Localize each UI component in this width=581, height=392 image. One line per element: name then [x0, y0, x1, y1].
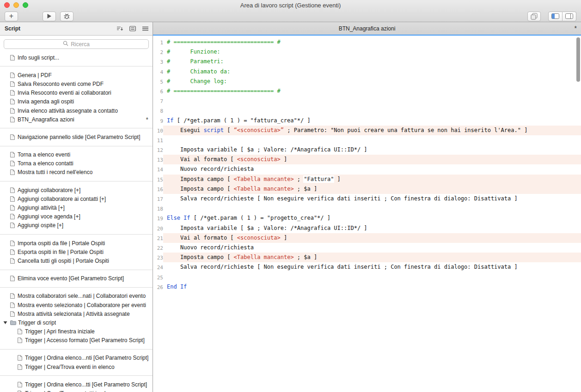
- sidebar-script-item[interactable]: Invia Resoconto eventi ai collaboratori: [0, 89, 153, 97]
- sidebar-script-item[interactable]: Trigger | Ordina elenco...tti [Get Param…: [0, 380, 153, 389]
- sidebar-script-item[interactable]: Aggiungi voce agenda [+]: [0, 212, 153, 221]
- sidebar-script-item[interactable]: Trigger | Crea/Trova eventi in elenco: [0, 362, 153, 371]
- toggle-left-pane-button[interactable]: [548, 12, 563, 21]
- new-script-button[interactable]: +: [5, 12, 18, 21]
- sidebar-script-item[interactable]: Trigger | Ordina elenco...nti [Get Param…: [0, 354, 153, 362]
- script-icon: [10, 81, 15, 87]
- script-line[interactable]: 5# Change log:: [153, 77, 581, 86]
- sidebar-script-item[interactable]: Elimina voce evento [Get Parametro Scrip…: [0, 274, 153, 283]
- script-line[interactable]: 4# Chiamato da:: [153, 67, 581, 77]
- sidebar-script-item[interactable]: Salva Resoconto eventi come PDF: [0, 79, 153, 88]
- sidebar-script-item[interactable]: Importa ospiti da file | Portale Ospiti: [0, 239, 153, 247]
- script-line[interactable]: 2# Funzione:: [153, 47, 581, 57]
- line-number: 12: [153, 145, 163, 155]
- script-name: Torna a elenco eventi: [18, 151, 70, 158]
- script-line[interactable]: 1# ============================== #: [153, 37, 581, 47]
- duplicate-button[interactable]: [527, 12, 541, 21]
- editor-scrollbar[interactable]: [576, 37, 580, 82]
- script-line[interactable]: 11: [153, 135, 581, 145]
- script-debugger-button[interactable]: [60, 12, 73, 21]
- line-text: If [ /*get.param ( 1 ) = "fattura_crea"*…: [163, 116, 581, 126]
- search-input[interactable]: Ricerca: [4, 39, 149, 49]
- script-line[interactable]: 17Salva record/richieste [ Non eseguire …: [153, 194, 581, 204]
- editor-tab-bar: BTN_Anagrafica azioni *: [153, 22, 581, 36]
- sidebar-script-item[interactable]: Info sugli script...: [0, 53, 153, 62]
- script-line[interactable]: 12Imposta variabile [ $a ; Valore: /*Ana…: [153, 145, 581, 155]
- line-text: Imposta campo [ <Tabella mancante> ; $a …: [163, 184, 581, 194]
- sidebar-script-item[interactable]: BTN_Anagrafica azioni*: [0, 115, 153, 124]
- sidebar-script-item[interactable]: Torna a elenco eventi: [0, 151, 153, 159]
- script-line[interactable]: 8: [153, 106, 581, 115]
- sidebar-script-item[interactable]: Aggiungi collaboratore ai contatti [+]: [0, 194, 153, 203]
- line-text: # ============================== #: [163, 37, 581, 47]
- script-line[interactable]: 9If [ /*get.param ( 1 ) = "fattura_crea"…: [153, 116, 581, 126]
- sidebar-script-item[interactable]: Invia agenda agli ospiti: [0, 97, 153, 106]
- sidebar-script-item[interactable]: Mostra tutti i record nell'elenco: [0, 168, 153, 177]
- script-line[interactable]: 26End If: [153, 282, 581, 292]
- sidebar-script-item[interactable]: Navigazione pannello slide [Get Parametr…: [0, 133, 153, 141]
- sidebar-header-icons: [116, 26, 149, 31]
- run-script-button[interactable]: [43, 12, 56, 21]
- script-name: Trigger | Ordina elenco...nti [Get Param…: [25, 355, 148, 361]
- list-separator: [0, 270, 153, 270]
- sidebar-script-item[interactable]: Aggiungi ospite [+]: [0, 221, 153, 230]
- sidebar-script-item[interactable]: Invia elenco attività assegnate a contat…: [0, 106, 153, 115]
- script-name: Invia elenco attività assegnate a contat…: [18, 108, 118, 114]
- sidebar-folder-item[interactable]: Trigger di script: [0, 318, 153, 327]
- sidebar-script-item[interactable]: Trigger | Accesso formato [Get Parametro…: [0, 336, 153, 345]
- sidebar-script-item[interactable]: Mostra attività selezionata | Attività a…: [0, 309, 153, 318]
- list-separator: [0, 234, 153, 235]
- script-icon: [10, 214, 15, 219]
- script-icon: [10, 249, 15, 255]
- script-line[interactable]: 13Vai al formato [ <sconosciuta> ]: [153, 155, 581, 164]
- script-line[interactable]: 15Imposta campo [ <Tabella mancante> ; "…: [153, 175, 581, 184]
- sidebar-script-item[interactable]: Esporta ospiti in file | Portale Ospiti: [0, 247, 153, 256]
- script-line[interactable]: 6# ============================== #: [153, 86, 581, 96]
- script-line[interactable]: 10Esegui script [ “<sconosciuta>” ; Para…: [153, 126, 581, 135]
- script-name: Aggiungi attività [+]: [18, 205, 65, 211]
- sidebar-script-item[interactable]: Cancella tutti gli ospiti | Portale Ospi…: [0, 256, 153, 265]
- line-number: 26: [153, 282, 163, 292]
- script-line[interactable]: 24Salva record/richieste [ Non eseguire …: [153, 262, 581, 272]
- new-folder-icon[interactable]: [129, 26, 136, 31]
- script-name: Importa ospiti da file | Portale Ospiti: [18, 240, 105, 247]
- script-icon: [18, 382, 22, 387]
- line-text: Else If [ /*get.param ( 1 ) = "progetto_…: [163, 213, 581, 223]
- sort-list-icon[interactable]: [116, 26, 123, 31]
- script-line[interactable]: 14Nuovo record/richiesta: [153, 164, 581, 174]
- script-line[interactable]: 7: [153, 96, 581, 106]
- script-editor-lines[interactable]: 1# ============================== #2# Fu…: [153, 36, 581, 392]
- sidebar-script-item[interactable]: Trigger | Crea/Trova contatti in elenco: [0, 389, 153, 392]
- toggle-right-pane-button[interactable]: [563, 12, 576, 21]
- script-line[interactable]: 23Imposta campo [ <Tabella mancante> ; $…: [153, 253, 581, 262]
- line-number: 10: [153, 126, 163, 135]
- script-icon: [18, 355, 22, 361]
- zoom-window-button[interactable]: [23, 2, 28, 8]
- script-icon: [10, 302, 15, 308]
- script-name: Trigger di script: [18, 320, 56, 326]
- menu-icon[interactable]: [142, 26, 149, 31]
- line-number: 14: [153, 164, 163, 174]
- sidebar-script-item[interactable]: Mostra evento selezionato | Collaborator…: [0, 301, 153, 309]
- sidebar-script-item[interactable]: Aggiungi collaboratore [+]: [0, 186, 153, 194]
- script-line[interactable]: 20Imposta variabile [ $a ; Valore: /*Ana…: [153, 223, 581, 233]
- line-number: 22: [153, 243, 163, 253]
- line-text: [163, 272, 581, 282]
- minimize-window-button[interactable]: [13, 2, 19, 8]
- script-line[interactable]: 21Vai al formato [ <sconosciuta> ]: [153, 233, 581, 243]
- tab-script-name[interactable]: BTN_Anagrafica azioni: [153, 25, 581, 32]
- sidebar-script-item[interactable]: Aggiungi attività [+]: [0, 203, 153, 212]
- sidebar-script-item[interactable]: Trigger | Apri finestra iniziale: [0, 327, 153, 336]
- sidebar-script-item[interactable]: Genera | PDF: [0, 71, 153, 79]
- script-line[interactable]: 16Imposta campo [ <Tabella mancante> ; $…: [153, 184, 581, 194]
- close-window-button[interactable]: [4, 2, 10, 8]
- script-line[interactable]: 25: [153, 272, 581, 282]
- script-line[interactable]: 19Else If [ /*get.param ( 1 ) = "progett…: [153, 213, 581, 223]
- script-line[interactable]: 18: [153, 204, 581, 213]
- script-line[interactable]: 3# Parametri:: [153, 57, 581, 66]
- sidebar-script-item[interactable]: Mostra collaboratori sele...nati | Colla…: [0, 292, 153, 301]
- line-number: 18: [153, 204, 163, 213]
- script-line[interactable]: 22Nuovo record/richiesta: [153, 243, 581, 253]
- disclosure-triangle-icon[interactable]: [3, 321, 7, 325]
- sidebar-script-item[interactable]: Torna a elenco contatti: [0, 159, 153, 168]
